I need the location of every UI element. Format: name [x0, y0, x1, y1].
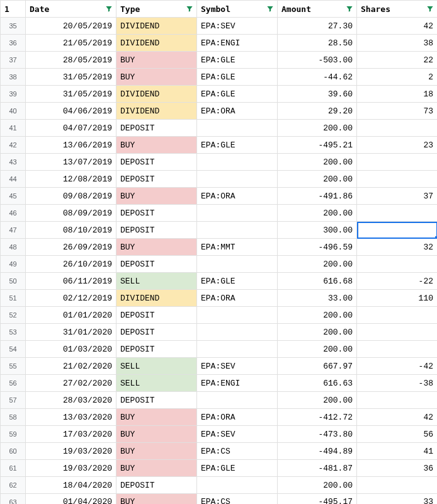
row-number[interactable]: 46	[1, 205, 26, 222]
cell-shares[interactable]: 36	[357, 460, 438, 477]
cell-type[interactable]: BUY	[116, 494, 197, 505]
column-header-amount[interactable]: Amount	[278, 1, 357, 18]
cell-shares[interactable]: 73	[357, 103, 438, 120]
cell-shares[interactable]: 42	[357, 409, 438, 426]
row-number[interactable]: 61	[1, 460, 26, 477]
cell-symbol[interactable]: EPA:GLE	[197, 137, 278, 154]
cell-date[interactable]: 04/06/2019	[26, 103, 116, 120]
cell-date[interactable]: 02/12/2019	[26, 290, 116, 307]
row-number[interactable]: 62	[1, 477, 26, 494]
cell-symbol[interactable]: EPA:ORA	[197, 103, 278, 120]
cell-amount[interactable]: 200.00	[278, 171, 357, 188]
cell-shares[interactable]: 38	[357, 35, 438, 52]
row-number[interactable]: 47	[1, 222, 26, 239]
cell-symbol[interactable]	[197, 154, 278, 171]
cell-symbol[interactable]: EPA:CS	[197, 494, 278, 505]
cell-date[interactable]: 09/08/2019	[26, 188, 116, 205]
cell-type[interactable]: DEPOSIT	[116, 392, 197, 409]
cell-shares[interactable]: 41	[357, 443, 438, 460]
cell-amount[interactable]: 27.30	[278, 18, 357, 35]
cell-date[interactable]: 28/03/2020	[26, 392, 116, 409]
row-number[interactable]: 43	[1, 154, 26, 171]
row-number[interactable]: 37	[1, 52, 26, 69]
row-number[interactable]: 40	[1, 103, 26, 120]
cell-amount[interactable]: 200.00	[278, 256, 357, 273]
row-number[interactable]: 38	[1, 69, 26, 86]
cell-symbol[interactable]: EPA:GLE	[197, 69, 278, 86]
row-number[interactable]: 41	[1, 120, 26, 137]
cell-amount[interactable]: 667.97	[278, 358, 357, 375]
cell-shares[interactable]	[357, 307, 438, 324]
cell-date[interactable]: 31/05/2019	[26, 69, 116, 86]
cell-amount[interactable]: 200.00	[278, 120, 357, 137]
row-number[interactable]: 60	[1, 443, 26, 460]
cell-shares[interactable]: 32	[357, 239, 438, 256]
cell-shares[interactable]: 110	[357, 290, 438, 307]
cell-date[interactable]: 19/03/2020	[26, 443, 116, 460]
cell-date[interactable]: 26/09/2019	[26, 239, 116, 256]
cell-date[interactable]: 13/06/2019	[26, 137, 116, 154]
cell-shares[interactable]: 23	[357, 137, 438, 154]
cell-date[interactable]: 13/07/2019	[26, 154, 116, 171]
row-number[interactable]: 58	[1, 409, 26, 426]
cell-amount[interactable]: 200.00	[278, 324, 357, 341]
cell-type[interactable]: DEPOSIT	[116, 477, 197, 494]
row-number[interactable]: 44	[1, 171, 26, 188]
cell-date[interactable]: 28/05/2019	[26, 52, 116, 69]
cell-date[interactable]: 18/04/2020	[26, 477, 116, 494]
cell-date[interactable]: 20/05/2019	[26, 18, 116, 35]
cell-amount[interactable]: -481.87	[278, 460, 357, 477]
cell-type[interactable]: DEPOSIT	[116, 307, 197, 324]
cell-amount[interactable]: 39.60	[278, 86, 357, 103]
row-number[interactable]: 49	[1, 256, 26, 273]
row-number[interactable]: 35	[1, 18, 26, 35]
cell-symbol[interactable]	[197, 307, 278, 324]
cell-shares[interactable]: 18	[357, 86, 438, 103]
cell-symbol[interactable]	[197, 324, 278, 341]
cell-symbol[interactable]: EPA:GLE	[197, 52, 278, 69]
cell-symbol[interactable]	[197, 341, 278, 358]
cell-shares[interactable]	[357, 341, 438, 358]
cell-type[interactable]: DIVIDEND	[116, 290, 197, 307]
cell-amount[interactable]: 33.00	[278, 290, 357, 307]
cell-date[interactable]: 31/01/2020	[26, 324, 116, 341]
cell-shares[interactable]: -38	[357, 375, 438, 392]
cell-date[interactable]: 01/03/2020	[26, 341, 116, 358]
cell-type[interactable]: DEPOSIT	[116, 341, 197, 358]
cell-amount[interactable]: 616.68	[278, 273, 357, 290]
column-header-symbol[interactable]: Symbol	[197, 1, 278, 18]
cell-symbol[interactable]	[197, 477, 278, 494]
column-header-date[interactable]: Date	[26, 1, 116, 18]
cell-type[interactable]: BUY	[116, 52, 197, 69]
cell-symbol[interactable]: EPA:ORA	[197, 409, 278, 426]
filter-icon[interactable]	[105, 4, 113, 13]
cell-symbol[interactable]	[197, 392, 278, 409]
cell-amount[interactable]: -503.00	[278, 52, 357, 69]
cell-type[interactable]: BUY	[116, 443, 197, 460]
row-number[interactable]: 52	[1, 307, 26, 324]
row-number[interactable]: 36	[1, 35, 26, 52]
cell-symbol[interactable]: EPA:GLE	[197, 86, 278, 103]
cell-type[interactable]: BUY	[116, 69, 197, 86]
cell-type[interactable]: BUY	[116, 137, 197, 154]
cell-shares[interactable]	[357, 171, 438, 188]
cell-shares[interactable]	[357, 324, 438, 341]
cell-symbol[interactable]: EPA:ENGI	[197, 375, 278, 392]
cell-type[interactable]: DEPOSIT	[116, 256, 197, 273]
cell-symbol[interactable]	[197, 171, 278, 188]
cell-date[interactable]: 01/01/2020	[26, 307, 116, 324]
cell-symbol[interactable]: EPA:CS	[197, 443, 278, 460]
cell-shares[interactable]: 56	[357, 426, 438, 443]
cell-type[interactable]: SELL	[116, 273, 197, 290]
filter-icon[interactable]	[426, 4, 434, 13]
column-header-shares[interactable]: Shares	[357, 1, 438, 18]
cell-amount[interactable]: 200.00	[278, 392, 357, 409]
cell-date[interactable]: 04/07/2019	[26, 120, 116, 137]
cell-type[interactable]: DEPOSIT	[116, 120, 197, 137]
row-number[interactable]: 45	[1, 188, 26, 205]
row-number[interactable]: 57	[1, 392, 26, 409]
cell-amount[interactable]: 616.63	[278, 375, 357, 392]
cell-shares[interactable]	[357, 154, 438, 171]
cell-amount[interactable]: -44.62	[278, 69, 357, 86]
cell-shares[interactable]	[357, 392, 438, 409]
